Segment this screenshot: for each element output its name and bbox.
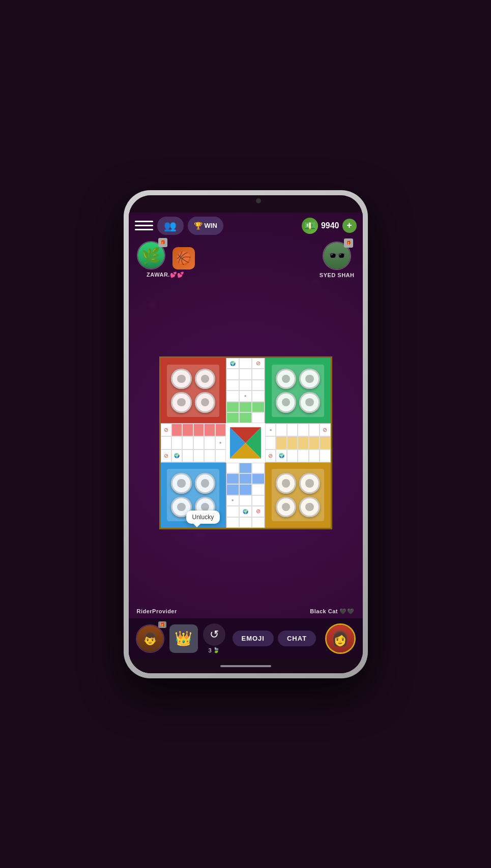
pc-t08 [239,380,252,391]
center-triangles [230,427,262,459]
menu-button[interactable] [135,217,153,235]
piece-yellow-3 [276,497,296,517]
pc-green-t16 [226,412,239,423]
notch-area [129,195,363,213]
pc-yellow-r8 [276,436,286,449]
path-left: ⊘ ★ ⊘ 🌍 [161,423,226,462]
pc-l15 [182,450,193,462]
gift-icon-top-left: 🎁 [158,238,167,247]
pc-t05 [239,369,252,379]
pc-t06 [252,369,265,379]
piece-red-1 [171,369,191,389]
home-pad-green [272,365,324,417]
pc-yellow-r10 [298,436,308,449]
pc-red-l5 [204,424,215,436]
pc-yellow-r9 [287,436,298,449]
bottom-action-section: 👦 🎁 👑 ↺ 3 🍃 [129,618,363,659]
players-button[interactable]: 👥 [157,217,184,235]
home-pad-yellow [272,469,324,521]
path-right: ★ ⊘ ⊘ 🌍 [265,423,330,462]
basketball-icon: 🏀 [176,251,191,265]
piece-red-3 [171,392,191,412]
avatar-bottom-left: 👦 [136,624,164,653]
pc-yellow-r11 [309,436,320,449]
pc-blue-b8 [239,484,252,495]
home-pad-red [167,365,219,417]
pc-star-t11: ★ [239,391,252,401]
piece-red-4 [195,392,215,412]
pc-blue-b2 [239,463,252,473]
win-label: WIN [205,222,217,229]
pc-r15 [287,450,298,462]
path-top: 🌍 ⊘ ★ [226,358,265,423]
bottom-left-avatar-area: 👦 🎁 [136,624,164,653]
pc-r17 [309,450,320,462]
pc-l7 [161,436,171,449]
add-coin-button[interactable]: + [342,219,357,233]
avatar-woman-bg: 👩 [327,625,354,652]
piece-green-3 [276,392,296,412]
pc-blocked-l1: ⊘ [161,424,171,436]
piece-green-4 [299,392,320,412]
pc-star-b10: ★ [226,495,239,506]
pc-l8 [171,436,182,449]
menu-line-1 [135,221,153,222]
unlucky-text: Unlucky [192,514,214,521]
pc-b11 [239,495,252,506]
piece-blue-1 [171,473,191,493]
pc-blocked-l13: ⊘ [161,450,171,462]
pc-t07 [226,380,239,391]
pc-green-t15 [252,402,265,412]
refresh-area: ↺ 3 🍃 [203,623,225,653]
center-block [226,423,265,462]
pc-r7 [265,436,276,449]
piece-yellow-1 [276,473,296,493]
emoji-button[interactable]: EMOJI [233,631,274,646]
pc-b12 [252,495,265,506]
pc-yellow-r12 [320,436,330,449]
pc-t02 [239,358,252,369]
win-button[interactable]: 🏆 WIN [188,217,223,235]
pc-blue-b6 [252,473,265,484]
bottom-right-avatar-area: 👩 [325,623,356,654]
leaf-icon: 🍃 [213,647,220,653]
pc-r16 [298,450,308,462]
pc-b18 [252,517,265,528]
home-green [265,358,330,423]
chat-button[interactable]: CHAT [278,631,316,646]
crown-button[interactable]: 👑 [169,624,198,653]
trophy-icon: 🏆 [194,222,203,230]
menu-line-3 [135,229,153,230]
pc-red-l4 [193,424,204,436]
pc-t12 [252,391,265,401]
coin-count: 9940 [321,221,339,230]
pc-green-t17 [239,412,252,423]
pc-l10 [193,436,204,449]
pc-star-r1: ★ [265,424,276,436]
bottom-right-player: Black Cat 🖤🖤 [310,608,354,615]
gift-icon-top-right: 🎁 [344,238,353,248]
refresh-button[interactable]: ↺ [203,623,225,646]
pc-l11 [204,436,215,449]
pc-red-l2 [171,424,182,436]
piece-yellow-4 [299,497,320,517]
pc-r4 [298,424,308,436]
phone-frame: 👥 🏆 WIN 💵 9940 + [124,190,368,678]
avatar-wrapper-top-right: 🕶️ 🎁 [323,242,351,270]
players-top-row: 🎁 🏀 ZAWAR.💕💕 🕶️ 🎁 [129,239,363,280]
pc-globe: 🌍 [226,358,239,369]
menu-line-2 [135,225,153,226]
piece-green-2 [299,369,320,389]
piece-yellow-2 [299,473,320,493]
phone-screen: 👥 🏆 WIN 💵 9940 + [129,195,363,673]
player-top-right: 🕶️ 🎁 SYED SHAH [320,242,355,278]
home-yellow [265,463,330,528]
pc-blue-b4 [226,473,239,484]
player-name-top-right: SYED SHAH [320,272,355,278]
pc-star-l12: ★ [215,436,226,449]
piece-red-2 [195,369,215,389]
pc-blocked-t03: ⊘ [252,358,265,369]
game-screen: 👥 🏆 WIN 💵 9940 + [129,213,363,673]
camera [256,198,261,203]
pc-b16 [226,517,239,528]
